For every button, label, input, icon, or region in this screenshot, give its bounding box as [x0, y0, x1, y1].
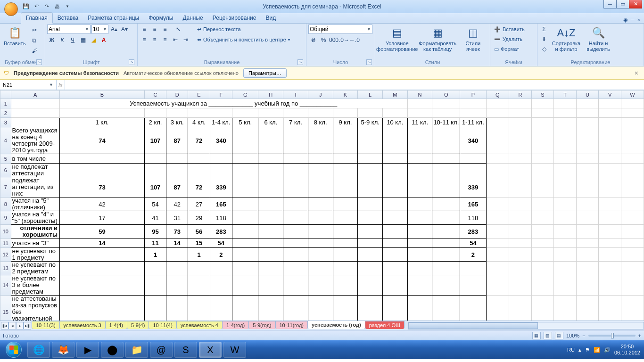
- taskbar-firefox-icon[interactable]: 🦊: [52, 342, 74, 358]
- row-label[interactable]: Всего учащихся на конец 4 четверти 2009-…: [11, 127, 59, 154]
- cell[interactable]: 29: [188, 211, 210, 225]
- cell[interactable]: [358, 225, 383, 239]
- cell[interactable]: 340: [210, 127, 232, 154]
- col-header-B[interactable]: B: [60, 90, 145, 99]
- cell[interactable]: [333, 197, 358, 211]
- view-layout-icon[interactable]: ▥: [544, 332, 552, 339]
- cell[interactable]: [258, 296, 283, 321]
- minimize-button[interactable]: ─: [603, 0, 617, 8]
- cell[interactable]: 54: [460, 239, 486, 248]
- ribbon-close-icon[interactable]: ×: [637, 17, 640, 23]
- number-launcher[interactable]: ↘: [366, 59, 372, 65]
- cell[interactable]: [283, 164, 308, 177]
- cell[interactable]: [308, 262, 333, 275]
- cell[interactable]: [232, 154, 258, 164]
- cell[interactable]: 339: [210, 177, 232, 197]
- taskbar-word-icon[interactable]: W: [223, 342, 246, 358]
- maximize-button[interactable]: ▭: [616, 0, 629, 8]
- tray-volume-icon[interactable]: 🔊: [604, 347, 611, 353]
- cell[interactable]: [333, 164, 358, 177]
- sheet-tab[interactable]: успеваемость 4: [176, 321, 223, 329]
- col-header-E[interactable]: E: [188, 90, 210, 99]
- sheet-tab[interactable]: 5-9(4): [127, 321, 149, 329]
- cell[interactable]: 11: [144, 239, 166, 248]
- cell[interactable]: [232, 211, 258, 225]
- cell[interactable]: [358, 177, 383, 197]
- taskbar-ie-icon[interactable]: 🌐: [27, 342, 50, 358]
- row-label[interactable]: учатся на "4" и "5" (хорошисты): [11, 211, 59, 225]
- name-box[interactable]: N21▼: [0, 80, 57, 90]
- cell[interactable]: [188, 164, 210, 177]
- row-label[interactable]: учатся на "3": [11, 239, 59, 248]
- cell[interactable]: [407, 239, 432, 248]
- cell[interactable]: [333, 177, 358, 197]
- cell[interactable]: [144, 262, 166, 275]
- cells-delete-button[interactable]: ➖Удалить: [492, 34, 524, 44]
- col-header-G[interactable]: G: [232, 90, 258, 99]
- cell[interactable]: 54: [210, 239, 232, 248]
- cell[interactable]: [308, 296, 333, 321]
- cell[interactable]: [308, 239, 333, 248]
- cell[interactable]: [144, 296, 166, 321]
- cell[interactable]: [283, 262, 308, 275]
- clear-icon[interactable]: ◇: [539, 44, 549, 54]
- cell[interactable]: [432, 262, 460, 275]
- row-header-7[interactable]: 7: [0, 177, 11, 197]
- cell[interactable]: [232, 127, 258, 154]
- cell[interactable]: [232, 225, 258, 239]
- cell[interactable]: [460, 262, 486, 275]
- cell[interactable]: 283: [210, 225, 232, 239]
- tab-home[interactable]: Главная: [21, 12, 53, 24]
- cell[interactable]: [407, 164, 432, 177]
- cell[interactable]: 95: [144, 225, 166, 239]
- cell[interactable]: 107: [144, 177, 166, 197]
- cell[interactable]: 283: [460, 225, 486, 239]
- sheet-tab[interactable]: раздел 4 ОШ: [365, 321, 405, 329]
- fill-color-icon[interactable]: ◢: [89, 35, 98, 45]
- cell[interactable]: [407, 154, 432, 164]
- col-header-W[interactable]: W: [621, 90, 644, 99]
- font-color-icon[interactable]: A: [99, 35, 108, 45]
- row-header-10[interactable]: 10: [0, 225, 11, 239]
- cell[interactable]: 42: [60, 197, 145, 211]
- cell[interactable]: [382, 164, 407, 177]
- col-header-Q[interactable]: Q: [486, 90, 509, 99]
- cell[interactable]: [283, 197, 308, 211]
- cell[interactable]: [166, 248, 188, 262]
- cell[interactable]: [60, 248, 145, 262]
- sheet-tab[interactable]: успеваемость 3: [59, 321, 106, 329]
- percent-icon[interactable]: %: [319, 35, 328, 45]
- cell[interactable]: [60, 154, 145, 164]
- tab-nav-prev[interactable]: ◂: [8, 322, 16, 329]
- cell[interactable]: [432, 177, 460, 197]
- taskbar-explorer-icon[interactable]: 📁: [125, 342, 148, 358]
- cell[interactable]: [283, 154, 308, 164]
- tab-nav-last[interactable]: ▸▮: [24, 322, 31, 329]
- horizontal-scrollbar[interactable]: [408, 322, 644, 329]
- cell[interactable]: [60, 275, 145, 296]
- taskbar-media-icon[interactable]: ▶: [76, 342, 99, 358]
- cell[interactable]: 87: [166, 177, 188, 197]
- wrap-text-button[interactable]: ↩Перенос текста: [195, 25, 292, 34]
- cell[interactable]: [382, 211, 407, 225]
- cell[interactable]: [166, 296, 188, 321]
- row-header-15[interactable]: 15: [0, 296, 11, 321]
- cell[interactable]: [358, 154, 383, 164]
- view-normal-icon[interactable]: ▦: [532, 332, 541, 339]
- col-header-O[interactable]: O: [432, 90, 460, 99]
- sheet-tab[interactable]: успеваемость (год): [307, 321, 365, 329]
- cell[interactable]: [407, 211, 432, 225]
- fill-icon[interactable]: ⬇: [539, 34, 549, 44]
- row-header-3[interactable]: 3: [0, 118, 11, 127]
- cell[interactable]: [308, 154, 333, 164]
- sheet-tab[interactable]: 5-9(год): [248, 321, 275, 329]
- cell[interactable]: [382, 127, 407, 154]
- cells-format-button[interactable]: ▭Формат: [492, 44, 521, 54]
- cell[interactable]: [407, 275, 432, 296]
- cell[interactable]: 15: [188, 239, 210, 248]
- ribbon-minimize-icon[interactable]: ─: [631, 17, 635, 23]
- col-header-P[interactable]: P: [460, 90, 486, 99]
- tab-data[interactable]: Данные: [178, 13, 207, 23]
- zoom-in-button[interactable]: +: [638, 333, 641, 338]
- sheet-tab[interactable]: 10-11(год): [275, 321, 308, 329]
